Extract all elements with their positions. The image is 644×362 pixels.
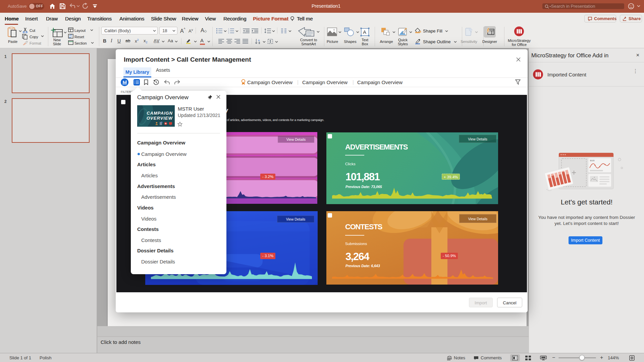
svg-text:OVERVIEW: OVERVIEW xyxy=(147,116,173,121)
svg-text:A: A xyxy=(258,39,260,42)
svg-text:3: 3 xyxy=(228,32,229,34)
svg-text:A: A xyxy=(363,29,366,35)
svg-text:$123: $123 xyxy=(590,160,595,162)
svg-text:CAMPAIGN: CAMPAIGN xyxy=(147,111,173,116)
